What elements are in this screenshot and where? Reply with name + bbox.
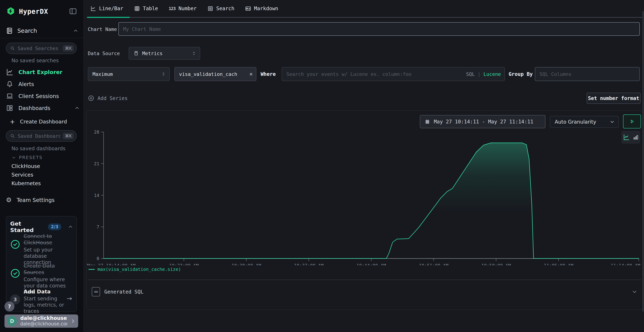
panel-divider	[88, 280, 641, 280]
preset-services[interactable]: Services	[12, 172, 33, 178]
plus-circle-icon	[88, 95, 94, 102]
tab-search[interactable]: Search	[207, 6, 234, 12]
add-series-label: Add Series	[98, 95, 128, 101]
tab-table[interactable]: Table	[134, 6, 158, 12]
sidebar-item-label: Dashboards	[18, 105, 50, 111]
active-tab-underline	[87, 17, 130, 18]
tab-label: Search	[216, 6, 234, 12]
svg-text:21: 21	[94, 161, 99, 166]
chart-legend[interactable]: max(visa_validation_cache.size)	[88, 267, 181, 272]
chevron-up-icon	[73, 28, 78, 34]
svg-text:10:30:00 AM: 10:30:00 AM	[232, 263, 261, 265]
saved-dashboards-search[interactable]: ⌘K	[6, 130, 77, 142]
tab-label: Markdown	[254, 6, 278, 12]
shortcut-badge: ⌘K	[63, 45, 74, 52]
presets-toggle[interactable]: PRESETS	[12, 155, 42, 160]
user-menu[interactable]: D dale@clickhouse.com dale@clickhouse.co…	[4, 314, 78, 328]
aggregation-select[interactable]: Maximum	[88, 67, 170, 81]
chevron-up-icon	[74, 105, 80, 111]
bell-icon	[6, 80, 14, 88]
get-started-title: Get Started	[10, 220, 45, 233]
tab-markdown[interactable]: Markdown	[245, 6, 278, 12]
arrow-right-icon[interactable]: →	[67, 295, 72, 302]
avatar: D	[7, 316, 17, 326]
search-icon	[10, 133, 15, 139]
svg-text:7: 7	[96, 224, 99, 230]
sidebar-section-search-label: Search	[17, 27, 37, 34]
tab-label: Line/Bar	[99, 6, 123, 12]
lucene-toggle[interactable]: Lucene	[483, 71, 501, 77]
chevron-down-icon	[632, 289, 638, 295]
sidebar-item-chart-explorer[interactable]: Chart Explorer	[6, 68, 80, 76]
close-icon[interactable]: ×	[249, 71, 253, 77]
sidebar-item-alerts[interactable]: Alerts	[6, 80, 80, 88]
search-icon	[10, 46, 15, 51]
calendar-icon	[424, 119, 430, 124]
saved-dashboards-input[interactable]	[18, 133, 60, 139]
query-language-toggle: SQL | Lucene	[466, 67, 501, 81]
where-input-wrap: SQL | Lucene	[282, 67, 505, 81]
chevron-up-icon[interactable]	[68, 224, 73, 230]
scrollbar[interactable]	[642, 11, 644, 312]
group-by-input[interactable]	[535, 67, 640, 81]
get-started-card: Get Started 2/3 Connect to ClickHouse Se…	[6, 216, 77, 312]
chart-name-label: Chart Name	[88, 26, 117, 32]
generated-sql-label: Generated SQL	[104, 289, 144, 295]
metric-value: visa_validation_cach	[179, 71, 237, 77]
database-icon	[133, 50, 139, 56]
sidebar-item-team-settings[interactable]: ⚙ Team Settings	[6, 197, 80, 203]
chart-type-tabbar: Line/Bar Table 123 Number Search Markdow…	[84, 0, 644, 18]
chart-name-input[interactable]	[118, 22, 640, 36]
play-icon	[629, 118, 635, 124]
laptop-icon	[6, 92, 14, 100]
create-dashboard-button[interactable]: + Create Dashboard	[10, 118, 80, 125]
no-saved-searches-text: No saved searches	[12, 58, 59, 64]
code-icon: <>	[92, 287, 100, 296]
legend-line-swatch	[88, 269, 95, 270]
group-by-label: Group By	[508, 71, 533, 77]
preset-clickhouse[interactable]: ClickHouse	[12, 163, 40, 169]
data-source-value: Metrics	[142, 50, 162, 56]
add-series-button[interactable]: Add Series	[88, 93, 128, 104]
tabbar-divider	[87, 17, 642, 18]
svg-text:11:05:00 AM: 11:05:00 AM	[544, 263, 573, 265]
gear-icon: ⚙	[6, 197, 12, 203]
main-content: Line/Bar Table 123 Number Search Markdow…	[84, 0, 644, 332]
tab-label: Number	[178, 6, 196, 12]
check-circle-icon	[10, 268, 20, 278]
legend-series-label: max(visa_validation_cache.size)	[98, 267, 181, 272]
sql-toggle[interactable]: SQL	[466, 71, 475, 77]
step-title: Add Data	[24, 288, 68, 295]
plus-icon: +	[10, 118, 15, 125]
metric-select[interactable]: visa_validation_cach ×	[174, 67, 256, 81]
team-settings-label: Team Settings	[17, 197, 54, 203]
svg-text:10:37:00 AM: 10:37:00 AM	[294, 263, 324, 265]
preset-kubernetes[interactable]: Kubernetes	[12, 180, 41, 186]
sidebar-collapse-icon[interactable]	[69, 7, 77, 16]
chevron-down-icon	[610, 119, 615, 124]
svg-text:10:23:00 AM: 10:23:00 AM	[169, 263, 199, 265]
saved-searches-input[interactable]	[18, 46, 60, 51]
set-number-format-button[interactable]: Set number format	[586, 93, 640, 104]
logo[interactable]: HyperDX	[6, 7, 48, 16]
data-source-select[interactable]: Metrics	[128, 47, 200, 60]
tab-line-bar[interactable]: Line/Bar	[90, 6, 123, 12]
sidebar-item-client-sessions[interactable]: Client Sessions	[6, 92, 80, 100]
get-started-item[interactable]: Connect to ClickHouse Set up your databa…	[24, 233, 68, 266]
get-started-item[interactable]: Add Data Start sending logs, metrics, or…	[24, 288, 68, 314]
step-desc: Start sending logs, metrics, or traces	[24, 296, 68, 314]
hyperdx-logo-icon	[6, 7, 15, 16]
svg-text:10:51:00 AM: 10:51:00 AM	[419, 263, 448, 265]
help-button[interactable]: ?	[4, 302, 14, 312]
shortcut-badge: ⌘K	[63, 133, 74, 139]
saved-searches-search[interactable]: ⌘K	[6, 42, 77, 54]
table-icon	[134, 6, 140, 12]
user-email: dale@clickhouse.com	[20, 316, 67, 321]
sidebar-item-dashboards[interactable]: Dashboards	[6, 104, 80, 112]
generated-sql-row[interactable]: <> Generated SQL	[92, 283, 638, 301]
markdown-icon	[245, 6, 251, 12]
date-range-value: May 27 10:14:11 - May 27 11:14:11	[434, 119, 533, 125]
check-circle-icon	[10, 239, 20, 249]
tab-number[interactable]: 123 Number	[169, 6, 196, 12]
sidebar-section-search[interactable]: Search	[6, 27, 78, 34]
